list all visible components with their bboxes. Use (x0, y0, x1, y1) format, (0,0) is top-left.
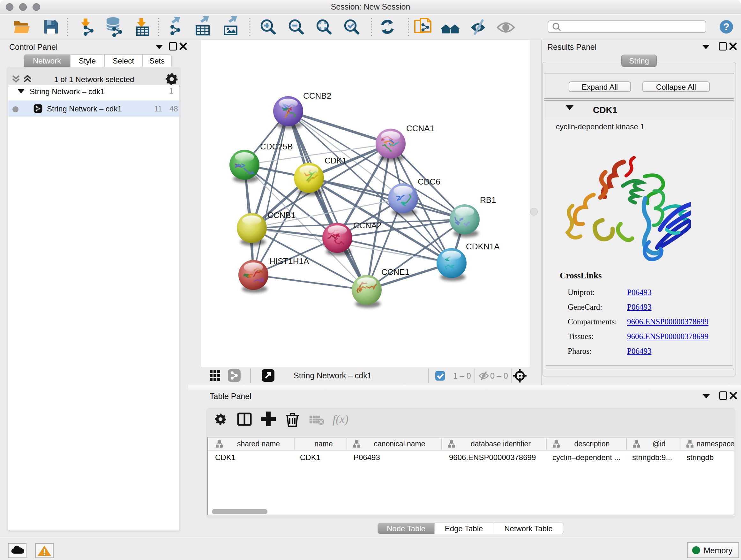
svg-text:f(x): f(x) (333, 413, 348, 426)
svg-text:HIST1H1A: HIST1H1A (269, 256, 309, 266)
svg-text:CDC25B: CDC25B (260, 142, 293, 151)
svg-text:CDKN1A: CDKN1A (466, 242, 500, 251)
svg-text:namespace: namespace (697, 440, 734, 448)
svg-text:CCNB2: CCNB2 (303, 91, 331, 101)
svg-text:CDK1: CDK1 (325, 156, 347, 165)
svg-text:database identifier: database identifier (471, 440, 531, 448)
svg-text:@id: @id (652, 440, 665, 448)
svg-text:CCNE1: CCNE1 (381, 267, 409, 277)
svg-text:description: description (574, 440, 610, 448)
svg-text:0 – 0: 0 – 0 (490, 371, 508, 380)
svg-text:shared name: shared name (237, 440, 280, 448)
svg-text:1 – 0: 1 – 0 (453, 371, 471, 380)
svg-text:name: name (314, 440, 333, 448)
svg-text:CCNB1: CCNB1 (267, 210, 295, 220)
svg-text:String Network – cdk1: String Network – cdk1 (293, 371, 372, 380)
svg-text:CCNA1: CCNA1 (406, 124, 434, 133)
svg-text:RB1: RB1 (480, 195, 496, 205)
svg-text:CCNA2: CCNA2 (353, 221, 381, 230)
svg-text:?: ? (723, 21, 730, 33)
svg-text:canonical name: canonical name (374, 440, 425, 448)
svg-text:CDC6: CDC6 (418, 177, 441, 186)
